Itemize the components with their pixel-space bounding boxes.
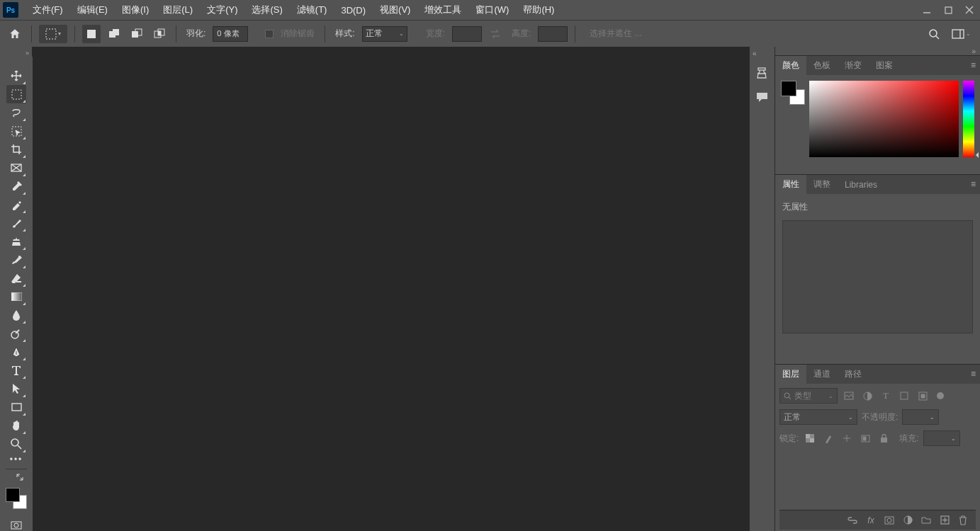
filter-smartobject-icon[interactable] — [916, 389, 930, 402]
edit-toolbar[interactable]: ••• — [6, 453, 26, 466]
eraser-tool[interactable] — [6, 269, 26, 287]
path-selection-tool[interactable] — [6, 379, 26, 398]
opacity-input[interactable]: ⌄ — [902, 409, 939, 425]
hand-tool[interactable] — [6, 416, 26, 435]
layer-style-icon[interactable]: fx — [864, 514, 878, 527]
pen-tool[interactable] — [6, 343, 26, 361]
selection-add-icon[interactable] — [105, 25, 123, 43]
svg-rect-17 — [12, 90, 21, 99]
menu-layer[interactable]: 图层(L) — [156, 0, 200, 20]
menu-file[interactable]: 文件(F) — [26, 0, 70, 20]
filter-toggle[interactable] — [937, 392, 944, 399]
antialias-checkbox — [265, 30, 274, 38]
fill-input[interactable]: ⌄ — [923, 430, 960, 446]
healing-brush-tool[interactable] — [6, 195, 26, 214]
tab-patterns[interactable]: 图案 — [869, 56, 900, 75]
menu-view[interactable]: 视图(V) — [373, 0, 417, 20]
search-icon[interactable] — [925, 25, 943, 43]
blend-mode-select[interactable]: 正常⌄ — [779, 409, 857, 425]
history-brush-tool[interactable] — [6, 251, 26, 269]
right-collapse-icon[interactable]: » — [775, 47, 980, 55]
frame-tool[interactable] — [6, 159, 26, 177]
gradient-tool[interactable] — [6, 287, 26, 306]
color-spectrum[interactable] — [809, 81, 959, 157]
selection-subtract-icon[interactable] — [128, 25, 146, 43]
history-panel-icon[interactable] — [754, 64, 771, 81]
tab-gradients[interactable]: 渐变 — [838, 56, 869, 75]
lock-pixels-icon[interactable] — [821, 432, 835, 445]
menu-image[interactable]: 图像(I) — [115, 0, 156, 20]
tab-adjustments[interactable]: 调整 — [806, 175, 838, 194]
lock-position-icon[interactable] — [840, 432, 854, 445]
tool-panel-expand[interactable]: » — [0, 47, 33, 57]
filter-shape-icon[interactable] — [897, 389, 911, 402]
eyedropper-tool[interactable] — [6, 177, 26, 195]
lock-transparency-icon[interactable] — [803, 432, 817, 445]
tab-paths[interactable]: 路径 — [838, 365, 869, 384]
move-tool[interactable] — [6, 67, 26, 85]
menu-select[interactable]: 选择(S) — [244, 0, 289, 20]
comments-panel-icon[interactable] — [754, 88, 771, 105]
menu-window[interactable]: 窗口(W) — [468, 0, 516, 20]
color-panel-menu-icon[interactable]: ≡ — [971, 60, 976, 70]
foreground-background-colors[interactable] — [4, 486, 28, 510]
dock-collapse-icon[interactable]: « — [753, 50, 757, 57]
window-close[interactable] — [959, 0, 980, 20]
feather-input[interactable] — [213, 26, 248, 42]
hue-slider[interactable] — [963, 81, 974, 157]
blur-tool[interactable] — [6, 306, 26, 324]
tab-channels[interactable]: 通道 — [806, 365, 838, 384]
link-layers-icon[interactable] — [845, 514, 860, 527]
layers-panel-menu-icon[interactable]: ≡ — [971, 369, 976, 379]
menu-3d[interactable]: 3D(D) — [334, 0, 373, 20]
tab-color[interactable]: 颜色 — [775, 56, 806, 75]
color-fgbg-swatch[interactable] — [781, 81, 805, 105]
svg-rect-1 — [945, 7, 952, 13]
filter-type-icon[interactable]: T — [879, 389, 893, 402]
width-label: 宽度: — [426, 28, 445, 40]
brush-tool[interactable] — [6, 214, 26, 232]
adjustment-layer-icon[interactable] — [901, 514, 915, 527]
marquee-tool[interactable] — [6, 85, 26, 103]
tab-libraries[interactable]: Libraries — [838, 175, 884, 194]
quick-mask-icon[interactable] — [6, 516, 26, 531]
tab-layers[interactable]: 图层 — [775, 365, 806, 384]
lock-all-icon[interactable] — [877, 432, 891, 445]
right-panel-column: » 颜色 色板 渐变 图案 ≡ 属性 调整 Libraries ≡ 无属性 图层 — [775, 47, 980, 531]
clone-stamp-tool[interactable] — [6, 232, 26, 251]
window-maximize[interactable] — [937, 0, 959, 20]
tool-preset-marquee-icon[interactable]: ▾ — [39, 25, 67, 43]
window-minimize[interactable] — [916, 0, 937, 20]
menu-filter[interactable]: 滤镜(T) — [290, 0, 334, 20]
filter-adjustment-icon[interactable] — [860, 389, 874, 402]
crop-tool[interactable] — [6, 140, 26, 159]
swap-colors-icon[interactable] — [10, 472, 30, 482]
text-tool[interactable] — [6, 361, 26, 379]
workspace-switcher-icon[interactable]: ⌄ — [947, 25, 974, 43]
canvas-area[interactable] — [33, 47, 749, 531]
layer-mask-icon[interactable] — [882, 514, 896, 527]
filter-pixel-icon[interactable] — [842, 389, 856, 402]
selection-new-icon[interactable] — [82, 25, 101, 43]
new-layer-icon[interactable] — [937, 514, 952, 527]
menu-help[interactable]: 帮助(H) — [516, 0, 561, 20]
menu-type[interactable]: 文字(Y) — [200, 0, 244, 20]
svg-rect-12 — [158, 31, 161, 35]
group-icon[interactable] — [919, 514, 933, 527]
dodge-tool[interactable] — [6, 324, 26, 343]
object-selection-tool[interactable] — [6, 122, 26, 140]
tab-swatches[interactable]: 色板 — [806, 56, 838, 75]
home-icon[interactable] — [6, 25, 24, 43]
tab-properties[interactable]: 属性 — [775, 175, 806, 194]
menu-plugins[interactable]: 增效工具 — [417, 0, 468, 20]
selection-intersect-icon[interactable] — [150, 25, 169, 43]
rectangle-tool[interactable] — [6, 398, 26, 416]
layer-filter-type[interactable]: 类型⌄ — [779, 388, 838, 404]
zoom-tool[interactable] — [6, 435, 26, 453]
properties-panel-menu-icon[interactable]: ≡ — [971, 179, 976, 189]
lock-artboard-icon[interactable] — [858, 432, 872, 445]
delete-layer-icon[interactable] — [956, 514, 970, 527]
style-select[interactable]: 正常⌄ — [362, 26, 407, 42]
lasso-tool[interactable] — [6, 103, 26, 122]
menu-edit[interactable]: 编辑(E) — [70, 0, 115, 20]
